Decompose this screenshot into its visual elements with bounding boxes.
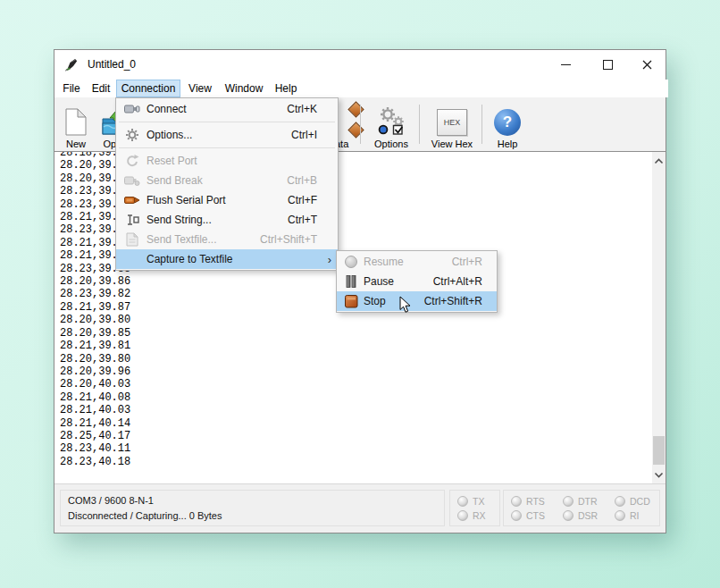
terminal-line: 28.20,39.80 [60,353,666,365]
menu-item-options[interactable]: Options... Ctrl+I [116,125,338,145]
menu-item-shortcut: Ctrl+F [288,194,317,206]
menu-item-label: Send String... [147,214,288,226]
rx-led-label: RX [473,510,486,521]
rts-led-icon [511,496,522,507]
menu-item-capture-to-textfile[interactable]: Capture to Textfile › [116,249,338,269]
help-question-icon: ? [494,109,521,136]
menu-item-reset-port[interactable]: Reset Port [116,151,338,171]
cts-led-icon [511,510,522,521]
pause-icon [342,275,360,288]
scroll-up-button[interactable] [652,154,666,168]
stop-icon [342,295,360,308]
flush-icon [122,195,142,206]
submenu-item-label: Pause [364,275,433,288]
submenu-item-resume[interactable]: Resume Ctrl+R [337,252,497,272]
view-hex-button[interactable]: HEX View Hex [423,99,481,149]
submenu-item-shortcut: Ctrl+Shift+R [424,295,482,307]
submenu-arrow-icon: › [328,254,331,265]
submenu-item-label: Resume [364,256,452,268]
maximize-icon [603,60,613,70]
options-gears-icon [376,105,406,136]
connection-status-panel: COM3 / 9600 8-N-1 Disconnected / Capturi… [60,490,445,526]
new-button-label: New [66,139,86,149]
terminal-line: 28.20,39.80 [60,314,666,326]
menu-item-label: Connect [147,103,287,115]
menu-item-shortcut: Ctrl+B [287,174,317,187]
minimize-button[interactable] [551,53,580,77]
maximize-button[interactable] [593,53,622,77]
scroll-down-button[interactable] [652,467,666,482]
desktop: Untitled_0 File Edit Connection View Win… [0,0,720,588]
scrollbar-thumb[interactable] [653,436,665,465]
minimize-icon [561,64,571,65]
options-button[interactable]: Options [364,99,419,149]
terminal-line: 28.25,40.17 [60,430,666,442]
toolbar-separator [419,105,420,144]
submenu-item-stop[interactable]: Stop Ctrl+Shift+R [337,291,497,311]
menu-item-label: Options... [147,129,291,141]
menu-item-send-break[interactable]: Send Break Ctrl+B [116,171,338,190]
title-bar[interactable]: Untitled_0 [54,50,666,80]
toolbar-separator [481,105,482,144]
dtr-led-icon [563,496,573,507]
menu-item-shortcut: Ctrl+Shift+T [260,233,317,246]
view-hex-button-label: View Hex [431,139,473,149]
new-button[interactable]: New [58,99,94,149]
connection-state-text: Disconnected / Capturing... 0 Bytes [68,508,437,524]
ri-led-icon [615,510,625,521]
submenu-item-label: Stop [364,295,424,307]
terminal-line: 28.20,39.96 [60,365,666,378]
terminal-line: 28.21,40.03 [60,404,666,416]
toolbar-separator [360,105,361,144]
menu-item-flush-serial-port[interactable]: Flush Serial Port Ctrl+F [116,190,338,210]
vertical-scrollbar[interactable] [652,152,666,483]
send-string-icon [122,214,142,226]
close-icon [642,60,652,70]
terminal-line: 28.20,39.85 [60,327,666,340]
connection-dropdown-menu: Connect Ctrl+K Options... Ctrl+I [115,97,339,271]
help-button-label: Help [498,139,518,149]
submenu-item-pause[interactable]: Pause Ctrl+Alt+R [337,272,497,291]
menu-connection[interactable]: Connection [116,80,180,97]
capture-submenu: Resume Ctrl+R Pause Ctrl+Alt+R [336,250,498,313]
dcd-led-icon [615,496,625,507]
menu-item-shortcut: Ctrl+T [288,214,317,226]
menu-item-connect[interactable]: Connect Ctrl+K [116,99,338,119]
menu-item-label: Reset Port [147,155,317,167]
ri-led-label: RI [630,510,640,521]
menu-window[interactable]: Window [220,80,268,97]
menu-edit[interactable]: Edit [86,80,116,97]
menu-help[interactable]: Help [268,80,304,97]
menu-item-label: Capture to Textfile [147,253,317,265]
hex-icon: HEX [437,109,467,136]
dtr-led-label: DTR [578,496,598,507]
rts-led-label: RTS [526,496,545,507]
send-textfile-icon [122,232,142,247]
tx-rx-led-group: TX RX [449,490,500,526]
menu-item-send-textfile[interactable]: Send Textfile... Ctrl+Shift+T [116,230,338,249]
reset-icon [122,154,142,168]
menu-item-label: Send Textfile... [147,233,260,246]
menu-item-send-string[interactable]: Send String... Ctrl+T [116,210,338,230]
dsr-led-icon [563,510,573,521]
new-document-icon [64,108,88,136]
menu-separator [116,145,338,151]
resume-ball-icon [342,256,360,268]
gear-icon [122,128,142,142]
tx-led-icon [457,496,468,507]
cts-led-label: CTS [526,510,545,521]
serial-connector-icon [122,104,142,114]
close-button[interactable] [632,53,661,77]
help-button[interactable]: ? Help [485,99,530,149]
menu-view[interactable]: View [180,80,220,97]
terminal-line: 28.21,40.14 [60,417,666,430]
window-title: Untitled_0 [88,58,136,71]
menu-file[interactable]: File [57,80,86,97]
terminal-line: 28.20,40.03 [60,378,666,391]
dsr-led-label: DSR [578,510,598,521]
terminal-line: 28.21,40.08 [60,391,666,404]
menu-item-label: Send Break [147,174,287,187]
menu-bar: File Edit Connection View Window Help [54,80,668,97]
mouse-cursor-icon [399,296,412,317]
submenu-item-shortcut: Ctrl+R [452,256,482,268]
